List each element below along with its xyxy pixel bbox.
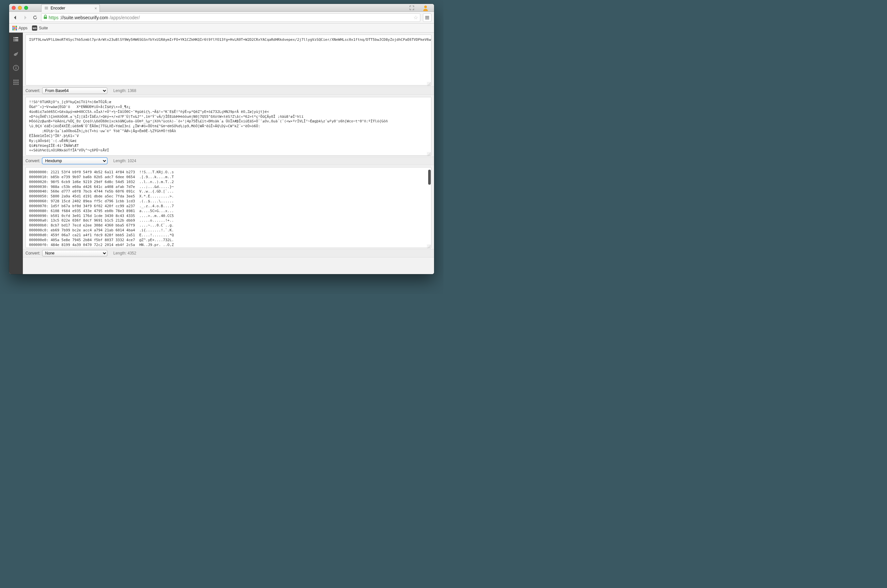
svg-rect-17 <box>14 80 15 81</box>
tab-favicon-icon <box>44 6 49 10</box>
browser-window: Encoder × https ://suite.websecurify.com… <box>9 4 434 274</box>
length-value: 1024 <box>128 159 137 163</box>
tab-title: Encoder <box>51 6 65 10</box>
svg-rect-5 <box>425 16 429 16</box>
svg-rect-4 <box>44 16 47 19</box>
convert-label: Convert: <box>26 88 40 93</box>
svg-rect-18 <box>15 80 17 81</box>
titlebar: Encoder × <box>9 4 434 12</box>
bookmarks-bar: Apps ws Suite <box>9 24 434 33</box>
resize-handle-icon[interactable] <box>427 152 431 156</box>
svg-rect-20 <box>14 82 15 83</box>
svg-rect-7 <box>425 19 429 19</box>
chrome-menu-button[interactable] <box>423 14 431 22</box>
sidebar-info-icon[interactable] <box>12 64 20 72</box>
convert-select-1[interactable]: From Base64 <box>42 87 107 94</box>
svg-rect-23 <box>14 84 15 85</box>
forward-button[interactable] <box>21 14 29 21</box>
sidebar-list-icon[interactable] <box>12 35 20 43</box>
apps-grid-icon <box>12 26 17 30</box>
browser-tab[interactable]: Encoder × <box>41 4 100 12</box>
svg-point-10 <box>14 39 15 40</box>
svg-rect-2 <box>45 9 48 9</box>
fullscreen-icon[interactable] <box>409 5 415 11</box>
window-controls <box>12 6 28 10</box>
panel-2-controls: Convert: Hexdump Length: 1024 <box>23 157 434 165</box>
resize-handle-icon[interactable] <box>427 82 431 86</box>
svg-rect-11 <box>15 39 18 39</box>
svg-rect-6 <box>425 17 429 18</box>
page-content: Convert: From Base64 Length: 1368 Conver… <box>9 33 434 274</box>
reload-button[interactable] <box>32 14 39 21</box>
tab-close-icon[interactable]: × <box>94 6 97 11</box>
svg-point-15 <box>16 66 17 67</box>
scrollbar-thumb[interactable] <box>428 170 431 185</box>
length-value: 4352 <box>128 251 137 255</box>
svg-rect-25 <box>17 84 19 85</box>
svg-point-3 <box>424 6 427 8</box>
resize-handle-icon[interactable] <box>427 244 431 248</box>
url-host: ://suite.websecurify.com <box>60 15 108 20</box>
svg-rect-0 <box>45 7 48 7</box>
input-textarea-1[interactable] <box>26 34 431 86</box>
svg-rect-1 <box>45 8 48 8</box>
svg-rect-9 <box>15 37 18 38</box>
svg-rect-13 <box>15 40 18 41</box>
length-label: Length: <box>113 251 126 255</box>
back-button[interactable] <box>12 14 19 21</box>
convert-label: Convert: <box>26 251 40 255</box>
length-label: Length: <box>113 88 126 93</box>
svg-rect-19 <box>17 80 19 81</box>
convert-select-3[interactable]: None <box>42 250 107 256</box>
suite-label: Suite <box>39 26 48 30</box>
panel-3: Convert: None Length: 4352 <box>23 165 434 258</box>
url-path: /apps/encoder/ <box>110 15 140 20</box>
convert-select-2[interactable]: Hexdump <box>42 158 107 164</box>
output-textarea-3[interactable] <box>26 167 431 248</box>
address-bar[interactable]: https ://suite.websecurify.com /apps/enc… <box>41 14 420 22</box>
svg-rect-22 <box>17 82 19 83</box>
convert-label: Convert: <box>26 159 40 163</box>
zoom-window-button[interactable] <box>24 6 28 10</box>
panel-1-controls: Convert: From Base64 Length: 1368 <box>23 87 434 95</box>
sidebar-grid-icon[interactable] <box>12 78 20 86</box>
minimize-window-button[interactable] <box>18 6 22 10</box>
svg-rect-21 <box>15 82 17 83</box>
panel-3-controls: Convert: None Length: 4352 <box>23 249 434 258</box>
apps-label: Apps <box>19 26 27 30</box>
browser-toolbar: https ://suite.websecurify.com /apps/enc… <box>9 12 434 24</box>
svg-point-12 <box>14 40 15 42</box>
profile-avatar-icon[interactable] <box>422 4 429 12</box>
svg-rect-24 <box>15 84 17 85</box>
lock-icon <box>44 15 47 20</box>
bookmark-star-icon[interactable]: ☆ <box>413 14 418 21</box>
panel-2: Convert: Hexdump Length: 1024 <box>23 95 434 165</box>
svg-point-8 <box>14 37 15 38</box>
svg-rect-16 <box>16 68 17 69</box>
input-textarea-2[interactable] <box>26 97 431 156</box>
encoder-main: Convert: From Base64 Length: 1368 Conver… <box>23 33 434 274</box>
suite-favicon-icon: ws <box>32 26 37 31</box>
length-label: Length: <box>113 159 126 163</box>
length-value: 1368 <box>128 88 137 93</box>
apps-bookmark[interactable]: Apps <box>12 26 27 30</box>
app-sidebar <box>9 33 23 274</box>
sidebar-bird-icon[interactable] <box>12 50 20 57</box>
url-scheme: https <box>49 15 59 20</box>
panel-1: Convert: From Base64 Length: 1368 <box>23 33 434 95</box>
close-window-button[interactable] <box>12 6 16 10</box>
suite-bookmark[interactable]: ws Suite <box>32 26 48 31</box>
